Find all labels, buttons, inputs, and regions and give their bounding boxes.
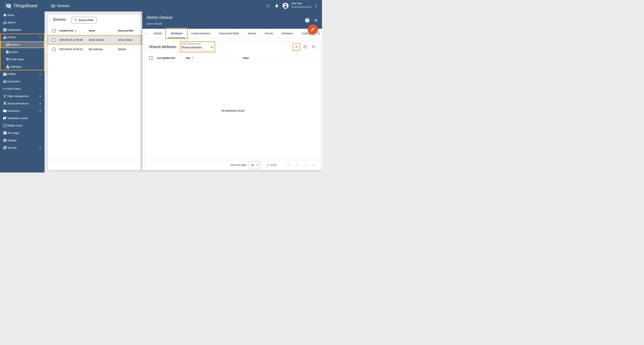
entity-attributes-scope-select[interactable]: Entity attributes scope Shared attribute… bbox=[180, 42, 214, 52]
edge-antenna-icon bbox=[3, 94, 7, 98]
help-icon[interactable]: ? bbox=[305, 18, 310, 22]
last-page-icon[interactable] bbox=[312, 163, 316, 167]
brand-name: ThingsBoard bbox=[14, 4, 38, 8]
attributes-section-title: Shared attributes bbox=[149, 45, 176, 49]
tabs-scroll-right-icon[interactable] bbox=[316, 31, 321, 36]
sidebar-item-dashboards[interactable]: Dashboards bbox=[0, 26, 44, 34]
entities-category-icon bbox=[3, 35, 7, 39]
filter-icon bbox=[74, 18, 77, 22]
user-role: Tenant administrator bbox=[291, 6, 312, 8]
sidebar-item-gateways[interactable]: Gateways bbox=[0, 63, 44, 70]
assets-domain-icon bbox=[6, 50, 10, 54]
paginator-range: 1 – 0 of 0 bbox=[267, 160, 276, 170]
tab-alarms[interactable]: Alarms bbox=[244, 29, 260, 38]
mobile-square-icon bbox=[3, 124, 7, 128]
device-row-demo-device[interactable]: 2025-09-03 12:55:48 Demo Device Demo Ser… bbox=[48, 35, 142, 44]
close-icon[interactable] bbox=[314, 18, 318, 23]
device-row-my-gateway[interactable]: 2025-09-02 10:44:10 My Gateway default bbox=[48, 44, 142, 54]
column-name[interactable]: Name bbox=[89, 26, 95, 35]
dropdown-arrow-icon bbox=[210, 47, 213, 48]
drawer-subtitle: Device details bbox=[146, 22, 162, 25]
select-all-checkbox[interactable] bbox=[52, 29, 56, 32]
drawer-tabs-bar: Details Attributes Latest telemetry Calc… bbox=[142, 29, 322, 38]
tab-events[interactable]: Events bbox=[260, 29, 278, 38]
column-key[interactable]: Key bbox=[186, 54, 194, 62]
api-usage-chart-icon bbox=[3, 131, 7, 135]
sidebar-item-settings[interactable]: Settings bbox=[0, 137, 44, 144]
sidebar-item-resources[interactable]: Resources bbox=[0, 107, 44, 115]
tabs-scroll-left-icon[interactable] bbox=[144, 31, 148, 36]
sidebar-item-api-usage[interactable]: API usage bbox=[0, 130, 44, 137]
dashboards-icon bbox=[3, 28, 7, 32]
column-value[interactable]: Value bbox=[243, 54, 249, 62]
row-checkbox[interactable] bbox=[52, 38, 56, 42]
sidebar-item-entities[interactable]: Entities bbox=[0, 34, 44, 41]
tab-attributes[interactable]: Attributes bbox=[166, 29, 187, 38]
scope-label: Entity attributes scope bbox=[181, 42, 201, 45]
customers-people-icon bbox=[3, 80, 7, 84]
entity-views-quilt-icon bbox=[6, 57, 10, 61]
sidebar-item-assets[interactable]: Assets bbox=[0, 48, 44, 56]
devices-icon bbox=[6, 42, 10, 46]
sort-desc-icon bbox=[74, 30, 77, 32]
sidebar: Home Alarms Dashboards Entities Devices … bbox=[0, 12, 44, 172]
fullscreen-icon[interactable] bbox=[266, 4, 270, 8]
sidebar-item-home[interactable]: Home bbox=[0, 12, 44, 19]
items-per-page-select[interactable]: 10 bbox=[248, 161, 260, 168]
chevron-down-icon bbox=[38, 102, 42, 106]
notifications-bell-icon[interactable] bbox=[274, 4, 279, 8]
tab-relations[interactable]: Relations bbox=[278, 29, 298, 38]
chevron-down-icon bbox=[38, 72, 42, 76]
tab-details[interactable]: Details bbox=[150, 29, 166, 38]
sidebar-item-devices[interactable]: Devices bbox=[0, 41, 44, 48]
sidebar-item-security[interactable]: Security bbox=[0, 144, 44, 152]
devices-table-card: Devices Device Filter Created time Name … bbox=[48, 14, 142, 170]
search-icon[interactable] bbox=[310, 44, 317, 50]
column-device-profile[interactable]: Device profile bbox=[118, 26, 133, 35]
previous-page-icon[interactable] bbox=[295, 163, 299, 167]
security-shield-icon bbox=[3, 146, 7, 150]
drawer-title: Demo Device bbox=[146, 15, 172, 20]
drawer-tabs: Details Attributes Latest telemetry Calc… bbox=[150, 29, 318, 38]
notification-message-icon bbox=[3, 116, 7, 120]
select-all-checkbox[interactable] bbox=[149, 56, 152, 60]
sort-asc-icon bbox=[191, 56, 194, 59]
add-attribute-button[interactable] bbox=[293, 44, 300, 50]
sidebar-item-profiles[interactable]: Profiles bbox=[0, 70, 44, 78]
next-page-icon[interactable] bbox=[304, 163, 308, 167]
chevron-down-icon bbox=[38, 146, 42, 150]
user-avatar[interactable] bbox=[282, 2, 289, 9]
settings-gear-icon bbox=[3, 138, 7, 142]
tab-calculated-fields[interactable]: Calculated fields bbox=[215, 29, 243, 38]
scope-value: Shared attributes bbox=[181, 46, 202, 49]
first-page-icon[interactable] bbox=[286, 163, 291, 167]
tab-latest-telemetry[interactable]: Latest telemetry bbox=[187, 29, 215, 38]
entities-group-annotation: Entities Devices Assets Entity views Gat… bbox=[0, 34, 44, 70]
sidebar-item-edge-management[interactable]: Edge management bbox=[0, 92, 44, 100]
resources-folder-icon bbox=[3, 109, 7, 113]
sidebar-item-notification-center[interactable]: Notification center bbox=[0, 115, 44, 122]
sidebar-item-entity-views[interactable]: Entity views bbox=[0, 56, 44, 63]
column-created-time[interactable]: Created time bbox=[59, 26, 77, 35]
home-icon bbox=[3, 13, 7, 17]
sidebar-item-rule-chains[interactable]: Rule chains bbox=[0, 85, 44, 92]
sidebar-item-customers[interactable]: Customers bbox=[0, 78, 44, 85]
alarms-warning-icon bbox=[3, 20, 7, 24]
row-checkbox[interactable] bbox=[52, 48, 56, 51]
user-info[interactable]: John Doe Tenant administrator bbox=[291, 2, 312, 8]
chevron-up-icon bbox=[38, 36, 42, 39]
dropdown-arrow-icon bbox=[256, 164, 258, 166]
brand: ThingsBoard bbox=[5, 2, 38, 9]
empty-state-text: No attributes found bbox=[145, 109, 321, 112]
edit-pencil-fab[interactable] bbox=[308, 24, 318, 34]
refresh-icon[interactable] bbox=[302, 44, 308, 50]
sidebar-item-alarms[interactable]: Alarms bbox=[0, 19, 44, 26]
sidebar-item-advanced-features[interactable]: Advanced features bbox=[0, 100, 44, 107]
items-per-page-label: Items per page: bbox=[230, 160, 247, 170]
attributes-table-header: Last update time Key Value bbox=[145, 54, 321, 62]
paginator: Items per page: 10 1 – 0 of 0 bbox=[145, 160, 321, 170]
kebab-menu-icon[interactable] bbox=[314, 4, 318, 8]
column-last-update-time[interactable]: Last update time bbox=[157, 54, 175, 62]
sidebar-item-mobile-center[interactable]: Mobile center bbox=[0, 122, 44, 130]
device-filter-button[interactable]: Device Filter bbox=[71, 17, 96, 23]
